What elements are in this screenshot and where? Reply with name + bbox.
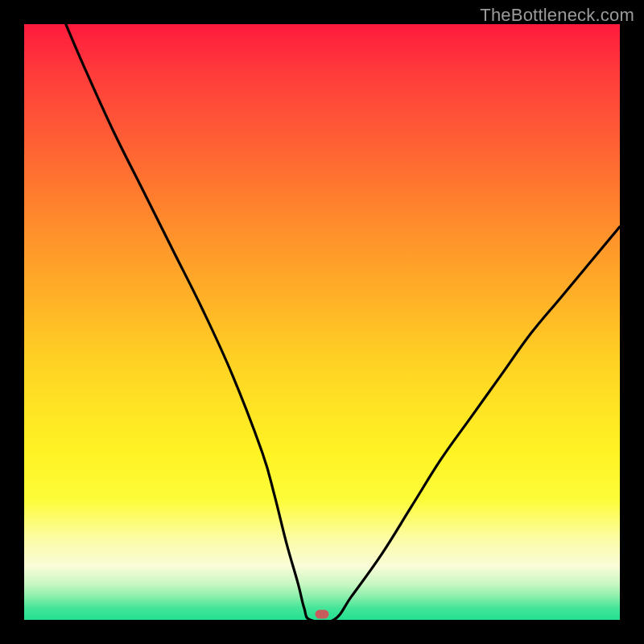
bottleneck-curve: [24, 24, 620, 620]
plot-area: [24, 24, 620, 620]
bottleneck-marker: [316, 609, 329, 618]
watermark-text: TheBottleneck.com: [480, 5, 634, 26]
chart-frame: TheBottleneck.com: [0, 0, 644, 644]
